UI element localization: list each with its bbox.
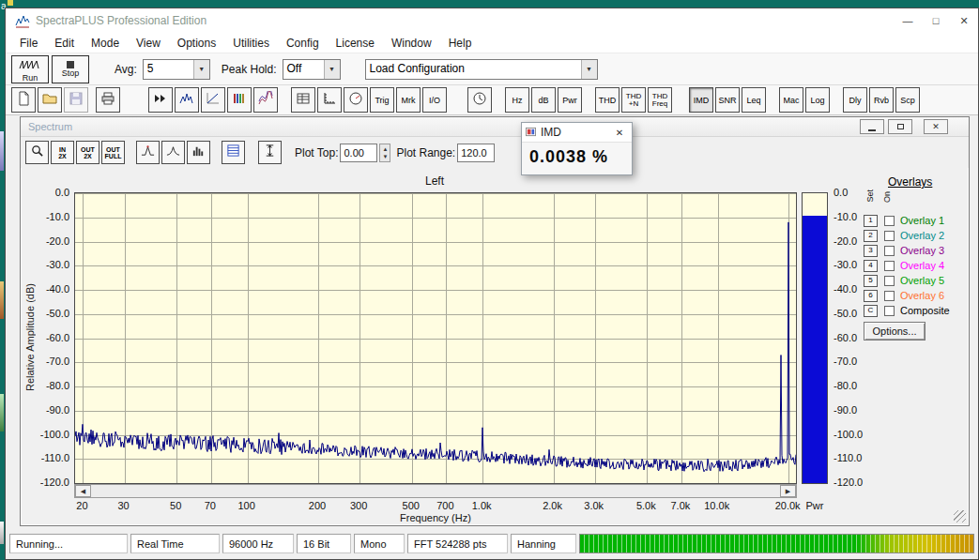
power-units-button[interactable]: Pwr xyxy=(558,87,582,113)
imd-button[interactable]: IMD xyxy=(689,87,713,113)
spectrum-view-button[interactable] xyxy=(175,87,199,113)
menu-options[interactable]: Options xyxy=(169,35,224,52)
open-file-button[interactable] xyxy=(38,87,62,113)
plot-range-input[interactable]: 120.0 xyxy=(457,144,495,162)
power-scale-label: -120.0 xyxy=(834,477,863,488)
zoom-out-full-button[interactable]: OUTFULL xyxy=(101,141,125,164)
thd-button[interactable]: THD xyxy=(595,87,620,113)
macro-button[interactable]: Mac xyxy=(779,87,803,113)
overlay-set-button-5[interactable]: 5 xyxy=(864,275,878,287)
spectrum-minimize-icon[interactable] xyxy=(860,119,884,134)
bar-display-button[interactable] xyxy=(187,141,210,164)
power-scale-label: -20.0 xyxy=(834,235,857,247)
scrollbar-track[interactable] xyxy=(91,485,780,497)
spectrogram-view-button[interactable] xyxy=(227,87,252,113)
run-button[interactable]: Run xyxy=(11,55,49,83)
menu-window[interactable]: Window xyxy=(383,35,440,52)
db-units-button[interactable]: dB xyxy=(531,87,556,113)
surface-view-button[interactable] xyxy=(253,87,278,113)
plot-top-spinner[interactable]: ▲ ▼ xyxy=(379,144,390,162)
imd-close-icon[interactable]: ✕ xyxy=(611,128,628,138)
overlay-label: Overlay 1 xyxy=(900,215,944,226)
menu-file[interactable]: File xyxy=(11,35,46,52)
menu-help[interactable]: Help xyxy=(440,35,481,52)
spinner-down-icon[interactable]: ▼ xyxy=(383,153,389,160)
zoom-button[interactable] xyxy=(25,141,49,164)
plot-cursor-button[interactable] xyxy=(258,141,282,164)
surface-icon xyxy=(258,91,273,110)
overlay-set-button-1[interactable]: 1 xyxy=(864,215,878,227)
overlay-checkbox-c[interactable] xyxy=(884,306,895,316)
chevron-down-icon[interactable]: ▼ xyxy=(324,60,340,79)
thd-freq-button[interactable]: THDFreq xyxy=(648,87,672,113)
menu-utilities[interactable]: Utilities xyxy=(224,35,278,52)
new-file-button[interactable] xyxy=(11,87,36,113)
hz-units-button[interactable]: Hz xyxy=(505,87,529,113)
resize-grip[interactable] xyxy=(954,510,966,522)
markers-button[interactable]: Mrk xyxy=(396,87,421,113)
peak-hold-dropdown[interactable]: Off ▼ xyxy=(283,59,341,80)
overlay-checkbox-5[interactable] xyxy=(884,276,895,286)
minimize-icon[interactable]: — xyxy=(894,8,922,33)
trigger-button[interactable]: Trig xyxy=(370,87,394,113)
y-tick-label: 0.0 xyxy=(55,187,69,198)
stop-button[interactable]: Stop xyxy=(52,55,89,83)
stop-square-icon xyxy=(67,61,74,68)
overlay-checkbox-4[interactable] xyxy=(884,261,895,271)
input-output-button[interactable]: I/O xyxy=(422,87,447,113)
data-grid-button[interactable] xyxy=(222,141,245,164)
menu-config[interactable]: Config xyxy=(278,35,328,52)
avg-dropdown[interactable]: 5 ▼ xyxy=(143,59,210,80)
overlay-options-button[interactable]: Options... xyxy=(864,322,925,341)
spinner-up-icon[interactable]: ▲ xyxy=(383,145,389,153)
plot-h-scrollbar[interactable]: ◀ ▶ xyxy=(74,484,797,498)
overlay-checkbox-1[interactable] xyxy=(884,216,895,226)
overlay-checkbox-2[interactable] xyxy=(884,231,895,241)
overlay-set-button-4[interactable]: 4 xyxy=(864,260,878,272)
delay-button[interactable]: Dly xyxy=(843,87,867,113)
chevron-down-icon[interactable]: ▼ xyxy=(581,60,597,79)
scroll-left-icon[interactable]: ◀ xyxy=(75,485,91,497)
zoom-in-2x-button[interactable]: IN2X xyxy=(51,141,74,164)
page-icon xyxy=(16,91,31,110)
zoom-out-2x-button[interactable]: OUT2X xyxy=(76,141,99,164)
overlay-set-button-c[interactable]: C xyxy=(864,305,878,317)
ibeam-icon xyxy=(263,144,277,161)
line-display-button[interactable] xyxy=(161,141,185,164)
dial-meter-button[interactable] xyxy=(344,87,368,113)
maximize-icon[interactable]: □ xyxy=(922,8,950,33)
plot-top-input[interactable]: 0.00 xyxy=(340,144,377,162)
overlay-set-button-3[interactable]: 3 xyxy=(864,245,878,257)
overlay-set-button-6[interactable]: 6 xyxy=(864,290,878,302)
axis-scale-button[interactable] xyxy=(317,87,342,113)
scope-button[interactable]: Scp xyxy=(895,87,920,113)
log-button[interactable]: Log xyxy=(805,87,830,113)
menu-license[interactable]: License xyxy=(328,35,383,52)
chevron-down-icon[interactable]: ▼ xyxy=(193,60,209,79)
load-configuration-dropdown[interactable]: Load Configuration ▼ xyxy=(365,59,598,80)
clock-icon xyxy=(472,91,487,110)
menu-edit[interactable]: Edit xyxy=(46,35,83,52)
spectrum-close-icon[interactable]: ✕ xyxy=(924,119,948,134)
snr-button[interactable]: SNR xyxy=(715,87,740,113)
thd-n-button[interactable]: THD+N xyxy=(621,87,646,113)
overlay-checkbox-6[interactable] xyxy=(884,291,895,301)
spectrum-plot[interactable] xyxy=(74,192,797,484)
scroll-right-icon[interactable]: ▶ xyxy=(780,485,796,497)
peak-display-button[interactable] xyxy=(136,141,160,164)
save-file-button[interactable] xyxy=(64,87,88,113)
print-button[interactable] xyxy=(96,87,120,113)
close-icon[interactable]: ✕ xyxy=(950,8,978,33)
spectrum-restore-icon[interactable] xyxy=(888,119,912,134)
leq-button[interactable]: Leq xyxy=(742,87,766,113)
overlay-set-button-2[interactable]: 2 xyxy=(864,230,878,242)
fast-forward-button[interactable] xyxy=(148,87,173,113)
menu-view[interactable]: View xyxy=(128,35,169,52)
overlay-checkbox-3[interactable] xyxy=(884,246,895,256)
reverb-button[interactable]: Rvb xyxy=(869,87,894,113)
timer-button[interactable] xyxy=(467,87,492,113)
phase-view-button[interactable] xyxy=(201,87,225,113)
power-scale-label: -70.0 xyxy=(834,356,857,367)
data-table-button[interactable] xyxy=(291,87,315,113)
menu-mode[interactable]: Mode xyxy=(83,35,128,52)
